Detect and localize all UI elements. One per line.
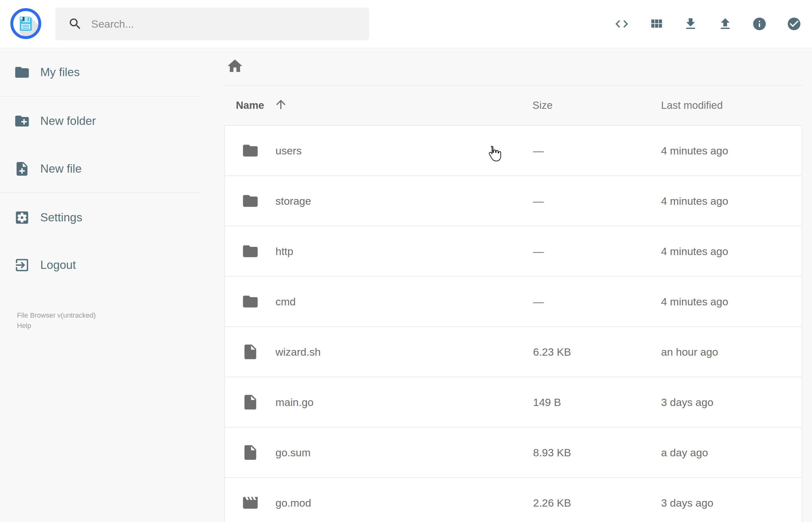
file-icon — [242, 343, 259, 361]
header-actions — [614, 16, 801, 32]
file-browser-page: Search... My files New folder New file — [0, 0, 812, 522]
help-link[interactable]: Help — [17, 320, 96, 331]
sidebar-item-label: New file — [40, 162, 82, 176]
switch-view-button[interactable] — [649, 16, 664, 32]
file-modified: 3 days ago — [661, 497, 713, 509]
file-row-users[interactable]: users — 4 minutes ago — [225, 126, 801, 176]
search-input[interactable]: Search... — [55, 7, 369, 40]
sidebar-divider — [0, 193, 199, 193]
file-name: go.sum — [276, 446, 311, 459]
file-listing: users — 4 minutes ago storage — 4 minute… — [224, 125, 802, 522]
file-modified: 4 minutes ago — [661, 195, 728, 207]
app-version: File Browser v(untracked) — [17, 310, 96, 320]
app-header: Search... — [0, 0, 812, 48]
file-name: users — [276, 145, 302, 157]
settings-icon — [14, 209, 30, 226]
folder-icon — [242, 192, 259, 210]
download-button[interactable] — [683, 16, 698, 32]
file-row-storage[interactable]: storage — 4 minutes ago — [225, 176, 801, 226]
sidebar-item-logout[interactable]: Logout — [0, 245, 199, 285]
folder-icon — [242, 293, 259, 310]
modified-column-header[interactable]: Last modified — [661, 99, 723, 111]
new-file-icon — [14, 161, 30, 177]
file-size: — — [533, 245, 544, 258]
sidebar-item-settings[interactable]: Settings — [0, 197, 199, 238]
file-row-cmd[interactable]: cmd — 4 minutes ago — [225, 277, 801, 327]
file-size: — — [533, 195, 544, 207]
folder-icon — [242, 142, 259, 159]
file-modified: a day ago — [661, 446, 708, 459]
file-size: 6.23 KB — [533, 346, 571, 358]
sidebar-item-new-file[interactable]: New file — [0, 148, 199, 189]
shell-button[interactable] — [614, 16, 629, 32]
main-content: Name Size Last modified users — 4 minute… — [199, 49, 812, 522]
sidebar-item-label: New folder — [40, 115, 96, 128]
file-name: go.mod — [276, 497, 311, 509]
listing-header: Name Size Last modified — [224, 96, 802, 116]
folder-icon — [242, 242, 259, 260]
search-icon — [68, 17, 82, 31]
file-name: storage — [276, 195, 311, 207]
file-modified: 4 minutes ago — [661, 296, 728, 308]
file-size: 2.26 KB — [533, 497, 571, 509]
app-logo[interactable] — [10, 8, 41, 39]
file-row-go-mod[interactable]: go.mod 2.26 KB 3 days ago — [225, 478, 801, 522]
file-row-wizard-sh[interactable]: wizard.sh 6.23 KB an hour ago — [225, 327, 801, 377]
file-icon — [242, 394, 259, 411]
info-button[interactable] — [752, 16, 767, 32]
file-modified: 4 minutes ago — [661, 245, 728, 258]
file-row-main-go[interactable]: main.go 149 B 3 days ago — [225, 377, 801, 428]
logout-icon — [14, 257, 30, 273]
home-icon — [226, 57, 244, 75]
file-name: cmd — [276, 296, 296, 308]
sidebar-item-label: My files — [40, 66, 80, 79]
file-modified: an hour ago — [661, 346, 718, 358]
file-size: 8.93 KB — [533, 446, 571, 459]
file-modified: 3 days ago — [661, 396, 713, 408]
upload-button[interactable] — [718, 16, 733, 32]
sidebar-item-my-files[interactable]: My files — [0, 52, 199, 93]
floppy-disk-logo-icon — [10, 8, 41, 39]
file-size: — — [533, 296, 544, 308]
sidebar-divider — [0, 96, 199, 97]
file-modified: 4 minutes ago — [661, 145, 728, 157]
movie-file-icon — [242, 494, 259, 511]
breadcrumb-home-button[interactable] — [226, 57, 244, 75]
search-placeholder: Search... — [91, 18, 134, 30]
file-row-go-sum[interactable]: go.sum 8.93 KB a day ago — [225, 428, 801, 478]
file-size: 149 B — [533, 396, 561, 408]
sidebar: My files New folder New file Settings Lo… — [0, 49, 199, 522]
file-name: wizard.sh — [276, 346, 321, 358]
arrow-up-icon — [274, 98, 288, 111]
sidebar-item-label: Logout — [40, 259, 76, 272]
breadcrumb-divider — [224, 85, 802, 86]
name-column-header[interactable]: Name — [236, 99, 264, 111]
sidebar-item-label: Settings — [40, 211, 82, 224]
select-multiple-button[interactable] — [787, 16, 801, 32]
sidebar-footer: File Browser v(untracked) Help — [17, 310, 96, 331]
file-name: http — [276, 245, 293, 258]
new-folder-icon — [14, 113, 30, 129]
sidebar-item-new-folder[interactable]: New folder — [0, 101, 199, 141]
file-size: — — [533, 145, 544, 157]
file-icon — [242, 444, 259, 461]
file-name: main.go — [276, 396, 313, 408]
size-column-header[interactable]: Size — [532, 99, 552, 111]
folder-icon — [14, 64, 30, 80]
file-row-http[interactable]: http — 4 minutes ago — [225, 226, 801, 277]
